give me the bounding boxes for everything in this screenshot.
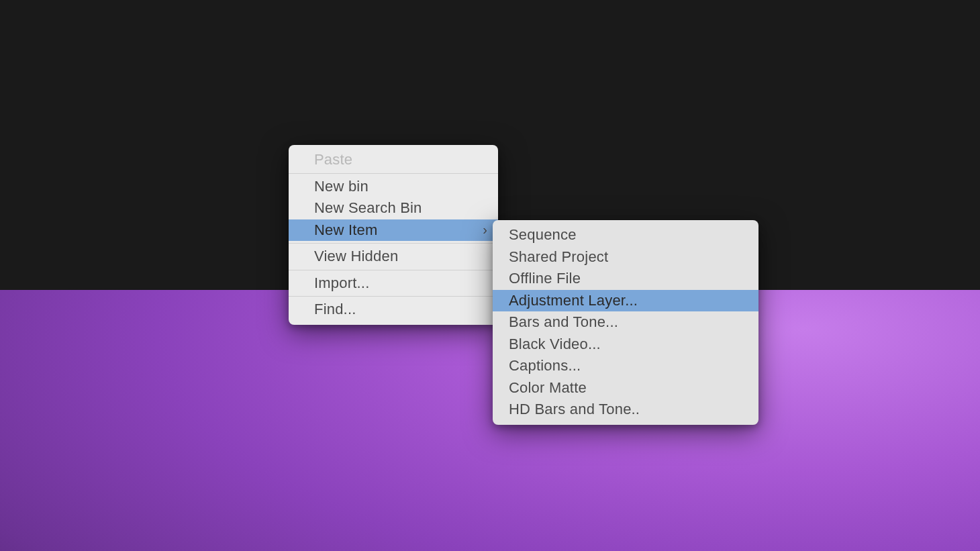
menu-item-label: Offline File bbox=[509, 270, 581, 287]
menu-item-shared-project[interactable]: Shared Project bbox=[493, 246, 758, 268]
menu-item-label: Import... bbox=[314, 274, 370, 292]
menu-item-label: Bars and Tone... bbox=[509, 313, 618, 331]
menu-item-new-item[interactable]: New Item › bbox=[289, 219, 498, 242]
menu-separator bbox=[289, 270, 498, 270]
menu-item-label: Paste bbox=[314, 151, 352, 168]
context-menu-secondary: Sequence Shared Project Offline File Adj… bbox=[493, 220, 758, 425]
menu-item-label: View Hidden bbox=[314, 248, 398, 265]
context-menu-primary: Paste New bin New Search Bin New Item › … bbox=[289, 145, 498, 325]
menu-separator bbox=[289, 173, 498, 174]
menu-item-new-bin[interactable]: New bin bbox=[289, 176, 498, 198]
menu-item-new-search-bin[interactable]: New Search Bin bbox=[289, 197, 498, 219]
menu-item-black-video[interactable]: Black Video... bbox=[493, 334, 758, 356]
menu-item-view-hidden[interactable]: View Hidden bbox=[289, 246, 498, 268]
menu-separator bbox=[289, 296, 498, 297]
menu-item-offline-file[interactable]: Offline File bbox=[493, 268, 758, 290]
menu-item-label: Find... bbox=[314, 301, 356, 318]
menu-item-label: New Search Bin bbox=[314, 199, 422, 217]
menu-item-label: New Item bbox=[314, 221, 378, 239]
menu-item-sequence[interactable]: Sequence bbox=[493, 224, 758, 246]
menu-item-adjustment-layer[interactable]: Adjustment Layer... bbox=[493, 290, 758, 312]
menu-item-bars-and-tone[interactable]: Bars and Tone... bbox=[493, 311, 758, 334]
menu-item-label: Shared Project bbox=[509, 248, 608, 266]
menu-item-import[interactable]: Import... bbox=[289, 272, 498, 295]
menu-item-find[interactable]: Find... bbox=[289, 299, 498, 321]
menu-item-paste: Paste bbox=[289, 149, 498, 171]
menu-item-label: Color Matte bbox=[509, 379, 587, 397]
menu-item-label: Sequence bbox=[509, 226, 577, 244]
menu-item-label: New bin bbox=[314, 178, 369, 195]
menu-item-label: Black Video... bbox=[509, 336, 601, 353]
chevron-right-icon: › bbox=[483, 222, 487, 238]
menu-item-label: Captions... bbox=[509, 357, 581, 374]
menu-separator bbox=[289, 243, 498, 244]
menu-item-label: Adjustment Layer... bbox=[509, 292, 638, 309]
menu-item-label: HD Bars and Tone.. bbox=[509, 401, 640, 418]
background-bottom bbox=[0, 290, 980, 551]
menu-item-captions[interactable]: Captions... bbox=[493, 355, 758, 377]
menu-item-color-matte[interactable]: Color Matte bbox=[493, 377, 758, 399]
menu-item-hd-bars-and-tone[interactable]: HD Bars and Tone.. bbox=[493, 399, 758, 421]
